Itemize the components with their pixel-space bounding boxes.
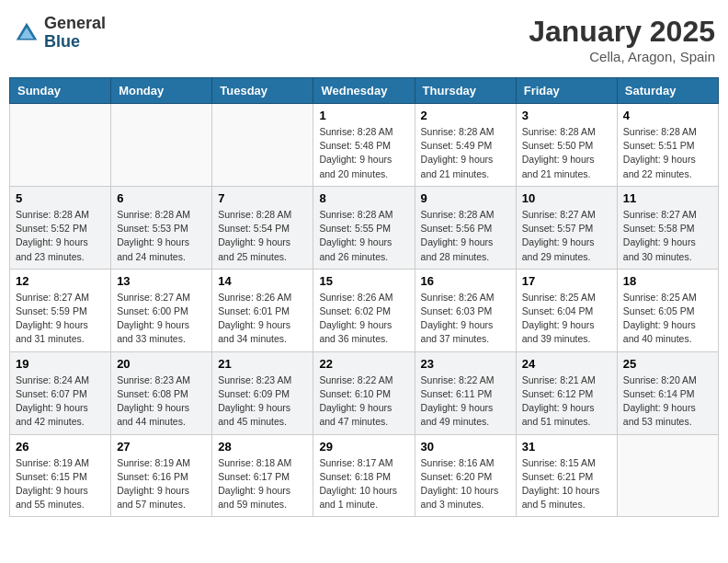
calendar-cell: 18Sunrise: 8:25 AM Sunset: 6:05 PM Dayli… [617,269,718,351]
day-info: Sunrise: 8:27 AM Sunset: 5:58 PM Dayligh… [623,208,712,264]
calendar-cell: 3Sunrise: 8:28 AM Sunset: 5:50 PM Daylig… [516,104,617,187]
calendar-cell: 29Sunrise: 8:17 AM Sunset: 6:18 PM Dayli… [313,434,415,517]
day-number: 13 [117,274,206,288]
day-info: Sunrise: 8:19 AM Sunset: 6:15 PM Dayligh… [16,456,105,512]
calendar-cell: 6Sunrise: 8:28 AM Sunset: 5:53 PM Daylig… [111,186,212,269]
day-number: 8 [319,191,408,205]
day-info: Sunrise: 8:22 AM Sunset: 6:11 PM Dayligh… [421,373,510,430]
day-info: Sunrise: 8:20 AM Sunset: 6:14 PM Dayligh… [623,373,712,430]
logo: General Blue [13,15,106,52]
day-number: 11 [623,191,712,205]
calendar-cell: 21Sunrise: 8:23 AM Sunset: 6:09 PM Dayli… [212,351,313,434]
calendar-body: 1Sunrise: 8:28 AM Sunset: 5:48 PM Daylig… [10,104,719,517]
day-info: Sunrise: 8:19 AM Sunset: 6:16 PM Dayligh… [117,456,206,512]
location: Cella, Aragon, Spain [529,49,715,64]
day-info: Sunrise: 8:28 AM Sunset: 5:52 PM Dayligh… [16,208,105,264]
day-number: 28 [218,440,307,454]
day-info: Sunrise: 8:16 AM Sunset: 6:20 PM Dayligh… [421,456,510,512]
day-info: Sunrise: 8:23 AM Sunset: 6:09 PM Dayligh… [218,373,307,430]
day-info: Sunrise: 8:17 AM Sunset: 6:18 PM Dayligh… [319,456,408,512]
day-info: Sunrise: 8:21 AM Sunset: 6:12 PM Dayligh… [522,373,611,430]
day-number: 17 [522,274,611,288]
calendar-cell: 19Sunrise: 8:24 AM Sunset: 6:07 PM Dayli… [10,351,111,434]
logo-icon [13,19,40,47]
calendar-cell: 9Sunrise: 8:28 AM Sunset: 5:56 PM Daylig… [415,186,516,269]
day-info: Sunrise: 8:28 AM Sunset: 5:55 PM Dayligh… [319,208,408,264]
day-info: Sunrise: 8:25 AM Sunset: 6:04 PM Dayligh… [522,291,611,347]
day-info: Sunrise: 8:26 AM Sunset: 6:03 PM Dayligh… [421,291,510,347]
day-info: Sunrise: 8:28 AM Sunset: 5:51 PM Dayligh… [623,125,712,181]
day-info: Sunrise: 8:18 AM Sunset: 6:17 PM Dayligh… [218,456,307,512]
calendar-cell: 11Sunrise: 8:27 AM Sunset: 5:58 PM Dayli… [617,186,718,269]
day-number: 21 [218,357,307,371]
day-info: Sunrise: 8:15 AM Sunset: 6:21 PM Dayligh… [522,456,611,512]
day-number: 5 [16,191,105,205]
day-info: Sunrise: 8:26 AM Sunset: 6:02 PM Dayligh… [319,291,408,347]
calendar-header: SundayMondayTuesdayWednesdayThursdayFrid… [10,78,719,104]
day-number: 24 [522,357,611,371]
day-number: 2 [421,109,510,122]
calendar-cell: 27Sunrise: 8:19 AM Sunset: 6:16 PM Dayli… [111,434,212,517]
day-info: Sunrise: 8:27 AM Sunset: 5:59 PM Dayligh… [16,291,105,347]
day-number: 25 [623,357,712,371]
calendar-cell: 24Sunrise: 8:21 AM Sunset: 6:12 PM Dayli… [516,351,617,434]
calendar-cell: 30Sunrise: 8:16 AM Sunset: 6:20 PM Dayli… [415,434,516,517]
day-number: 3 [522,109,611,122]
page-header: General Blue January 2025 Cella, Aragon,… [9,9,719,70]
weekday-header-row: SundayMondayTuesdayWednesdayThursdayFrid… [10,78,719,104]
week-row-3: 12Sunrise: 8:27 AM Sunset: 5:59 PM Dayli… [10,269,719,351]
calendar-cell: 14Sunrise: 8:26 AM Sunset: 6:01 PM Dayli… [212,269,313,351]
day-number: 6 [117,191,206,205]
calendar-cell: 25Sunrise: 8:20 AM Sunset: 6:14 PM Dayli… [617,351,718,434]
day-info: Sunrise: 8:28 AM Sunset: 5:49 PM Dayligh… [421,125,510,181]
calendar-cell: 31Sunrise: 8:15 AM Sunset: 6:21 PM Dayli… [516,434,617,517]
weekday-header-tuesday: Tuesday [212,78,313,104]
logo-blue: Blue [44,33,106,52]
weekday-header-thursday: Thursday [415,78,516,104]
day-number: 29 [319,440,408,454]
day-number: 18 [623,274,712,288]
day-number: 27 [117,440,206,454]
calendar-cell: 10Sunrise: 8:27 AM Sunset: 5:57 PM Dayli… [516,186,617,269]
day-number: 12 [16,274,105,288]
month-title: January 2025 [529,15,715,49]
calendar-cell: 4Sunrise: 8:28 AM Sunset: 5:51 PM Daylig… [617,104,718,187]
day-info: Sunrise: 8:26 AM Sunset: 6:01 PM Dayligh… [218,291,307,347]
week-row-1: 1Sunrise: 8:28 AM Sunset: 5:48 PM Daylig… [10,104,719,187]
week-row-5: 26Sunrise: 8:19 AM Sunset: 6:15 PM Dayli… [10,434,719,517]
day-info: Sunrise: 8:22 AM Sunset: 6:10 PM Dayligh… [319,373,408,430]
calendar-cell: 1Sunrise: 8:28 AM Sunset: 5:48 PM Daylig… [313,104,415,187]
day-number: 10 [522,191,611,205]
calendar-cell: 2Sunrise: 8:28 AM Sunset: 5:49 PM Daylig… [415,104,516,187]
day-info: Sunrise: 8:27 AM Sunset: 6:00 PM Dayligh… [117,291,206,347]
calendar-cell: 17Sunrise: 8:25 AM Sunset: 6:04 PM Dayli… [516,269,617,351]
day-number: 31 [522,440,611,454]
calendar-cell [617,434,718,517]
weekday-header-sunday: Sunday [10,78,111,104]
calendar-cell: 13Sunrise: 8:27 AM Sunset: 6:00 PM Dayli… [111,269,212,351]
calendar-cell: 15Sunrise: 8:26 AM Sunset: 6:02 PM Dayli… [313,269,415,351]
calendar-cell: 12Sunrise: 8:27 AM Sunset: 5:59 PM Dayli… [10,269,111,351]
day-info: Sunrise: 8:28 AM Sunset: 5:50 PM Dayligh… [522,125,611,181]
day-number: 7 [218,191,307,205]
day-info: Sunrise: 8:24 AM Sunset: 6:07 PM Dayligh… [16,373,105,430]
day-info: Sunrise: 8:27 AM Sunset: 5:57 PM Dayligh… [522,208,611,264]
day-number: 16 [421,274,510,288]
calendar-table: SundayMondayTuesdayWednesdayThursdayFrid… [9,77,719,517]
day-number: 14 [218,274,307,288]
day-info: Sunrise: 8:25 AM Sunset: 6:05 PM Dayligh… [623,291,712,347]
week-row-4: 19Sunrise: 8:24 AM Sunset: 6:07 PM Dayli… [10,351,719,434]
day-info: Sunrise: 8:23 AM Sunset: 6:08 PM Dayligh… [117,373,206,430]
calendar-cell: 5Sunrise: 8:28 AM Sunset: 5:52 PM Daylig… [10,186,111,269]
day-number: 15 [319,274,408,288]
calendar-cell: 16Sunrise: 8:26 AM Sunset: 6:03 PM Dayli… [415,269,516,351]
day-number: 1 [319,109,408,122]
day-number: 9 [421,191,510,205]
day-number: 30 [421,440,510,454]
logo-text: General Blue [44,15,106,52]
calendar-cell: 20Sunrise: 8:23 AM Sunset: 6:08 PM Dayli… [111,351,212,434]
calendar-cell: 8Sunrise: 8:28 AM Sunset: 5:55 PM Daylig… [313,186,415,269]
day-info: Sunrise: 8:28 AM Sunset: 5:53 PM Dayligh… [117,208,206,264]
weekday-header-saturday: Saturday [617,78,718,104]
day-number: 22 [319,357,408,371]
